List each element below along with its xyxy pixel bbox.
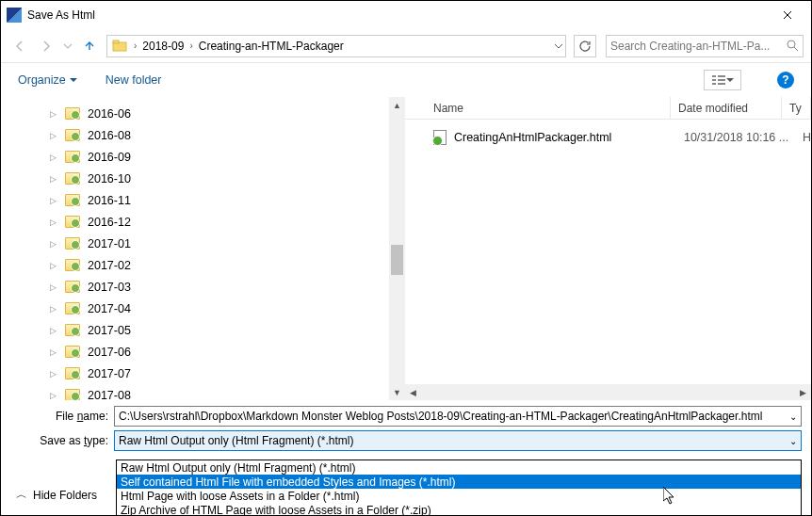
filename-label: File name: [10, 410, 114, 423]
chevron-down-icon[interactable]: ⌄ [789, 436, 797, 446]
scroll-up-icon[interactable]: ▲ [389, 97, 405, 113]
chevron-down-icon[interactable]: ⌄ [789, 411, 797, 422]
svg-rect-3 [712, 75, 716, 77]
breadcrumb-dropdown[interactable] [554, 43, 563, 49]
folder-icon [65, 129, 80, 141]
nav-up-button[interactable] [78, 35, 101, 57]
scroll-left-icon[interactable]: ◀ [405, 384, 421, 400]
breadcrumb-item[interactable]: 2018-09 [140, 40, 186, 53]
nav-forward-button[interactable] [35, 35, 57, 57]
folder-label: 2016-10 [88, 172, 131, 185]
expand-caret-icon[interactable]: ▷ [50, 326, 57, 335]
tree-folder-item[interactable]: ▷2016-10 [1, 168, 389, 189]
savetype-option[interactable]: Self contained Html File with embedded S… [117, 475, 801, 489]
tree-folder-item[interactable]: ▷2016-12 [1, 211, 389, 233]
search-placeholder: Search Creating-an-HTML-Pa... [610, 40, 770, 53]
tree-folder-item[interactable]: ▷2017-06 [1, 341, 389, 363]
expand-caret-icon[interactable]: ▷ [50, 304, 57, 314]
file-list-headers[interactable]: Name Date modified Ty [405, 97, 811, 120]
help-button[interactable]: ? [777, 72, 794, 89]
view-options-button[interactable] [704, 70, 741, 90]
svg-rect-1 [113, 40, 119, 43]
savetype-option[interactable]: Raw Html Output only (Html Fragment) (*.… [117, 460, 801, 475]
svg-rect-4 [712, 79, 716, 81]
folder-label: 2017-07 [88, 367, 131, 380]
savetype-option[interactable]: Zip Archive of HTML Page with loose Asse… [117, 503, 801, 516]
scroll-thumb[interactable] [391, 245, 403, 275]
expand-caret-icon[interactable]: ▷ [50, 174, 57, 184]
html-file-icon [433, 130, 447, 145]
svg-rect-5 [712, 83, 716, 85]
search-input[interactable]: Search Creating-an-HTML-Pa... [606, 35, 804, 57]
tree-folder-item[interactable]: ▷2017-01 [1, 233, 389, 254]
folder-label: 2016-11 [88, 194, 131, 207]
svg-rect-7 [718, 79, 725, 81]
expand-caret-icon[interactable]: ▷ [50, 369, 57, 379]
folder-icon [65, 389, 80, 400]
folder-icon [65, 194, 80, 206]
tree-folder-item[interactable]: ▷2017-07 [1, 363, 389, 384]
expand-caret-icon[interactable]: ▷ [50, 347, 57, 357]
folder-tree[interactable]: ▷2016-06▷2016-08▷2016-09▷2016-10▷2016-11… [1, 97, 389, 400]
folder-icon [65, 367, 80, 379]
new-folder-button[interactable]: New folder [106, 73, 162, 87]
svg-point-2 [788, 40, 795, 48]
tree-folder-item[interactable]: ▷2017-05 [1, 319, 389, 341]
file-name: CreatingAnHtmlPackager.html [454, 131, 676, 144]
tree-folder-item[interactable]: ▷2017-03 [1, 276, 389, 298]
scroll-right-icon[interactable]: ▶ [795, 384, 811, 400]
folder-label: 2016-12 [88, 216, 131, 229]
file-list-area[interactable] [405, 148, 811, 384]
close-button[interactable] [766, 1, 809, 29]
savetype-label: Save as type: [10, 434, 114, 447]
tree-folder-item[interactable]: ▷2016-06 [1, 103, 389, 124]
folder-label: 2017-05 [88, 324, 131, 337]
tree-scrollbar[interactable]: ▲ ▼ [389, 97, 405, 400]
folder-label: 2017-04 [88, 302, 131, 315]
nav-recent-dropdown[interactable] [61, 35, 74, 57]
folder-label: 2016-06 [88, 107, 131, 121]
tree-folder-item[interactable]: ▷2017-08 [1, 384, 389, 400]
folder-icon [65, 324, 80, 336]
folder-label: 2016-08 [88, 129, 131, 142]
folder-icon [65, 281, 80, 293]
savetype-option[interactable]: Html Page with loose Assets in a Folder … [117, 489, 801, 503]
scroll-down-icon[interactable]: ▼ [389, 384, 405, 400]
nav-back-button[interactable] [8, 35, 31, 57]
expand-caret-icon[interactable]: ▷ [50, 261, 57, 270]
expand-caret-icon[interactable]: ▷ [50, 218, 57, 227]
savetype-dropdown-list[interactable]: Raw Html Output only (Html Fragment) (*.… [116, 460, 802, 516]
tree-folder-item[interactable]: ▷2016-08 [1, 124, 389, 146]
tree-folder-item[interactable]: ▷2017-04 [1, 298, 389, 319]
tree-folder-item[interactable]: ▷2017-02 [1, 254, 389, 276]
expand-caret-icon[interactable]: ▷ [50, 153, 57, 162]
refresh-button[interactable] [574, 35, 596, 57]
folder-icon [65, 172, 80, 185]
col-date[interactable]: Date modified [671, 97, 782, 119]
expand-caret-icon[interactable]: ▷ [50, 131, 57, 140]
tree-folder-item[interactable]: ▷2016-11 [1, 189, 389, 211]
folder-label: 2017-01 [88, 237, 131, 250]
file-row[interactable]: CreatingAnHtmlPackager.html 10/31/2018 1… [405, 127, 811, 148]
folder-icon [65, 259, 80, 271]
file-hscrollbar[interactable]: ◀ ▶ [405, 384, 811, 400]
folder-icon [65, 346, 80, 358]
chevron-right-icon: › [130, 40, 140, 51]
folder-icon [65, 237, 80, 250]
filename-input[interactable]: C:\Users\rstrahl\Dropbox\Markdown Monste… [114, 406, 802, 427]
col-type[interactable]: Ty [782, 97, 811, 119]
breadcrumb-item[interactable]: Creating-an-HTML-Packager [197, 40, 346, 53]
hide-folders-button[interactable]: ︿ Hide Folders [16, 487, 97, 503]
file-date: 10/31/2018 10:16 ... [684, 131, 795, 144]
expand-caret-icon[interactable]: ▷ [50, 239, 57, 249]
expand-caret-icon[interactable]: ▷ [50, 282, 57, 292]
organize-menu[interactable]: Organize [18, 73, 77, 87]
expand-caret-icon[interactable]: ▷ [50, 196, 57, 205]
tree-folder-item[interactable]: ▷2016-09 [1, 146, 389, 168]
savetype-combobox[interactable]: Raw Html Output only (Html Fragment) (*.… [114, 430, 802, 451]
col-name[interactable]: Name [426, 97, 671, 119]
expand-caret-icon[interactable]: ▷ [50, 109, 57, 119]
expand-caret-icon[interactable]: ▷ [50, 391, 57, 400]
breadcrumb[interactable]: › 2018-09 › Creating-an-HTML-Packager [106, 35, 566, 57]
folder-icon [65, 302, 80, 314]
